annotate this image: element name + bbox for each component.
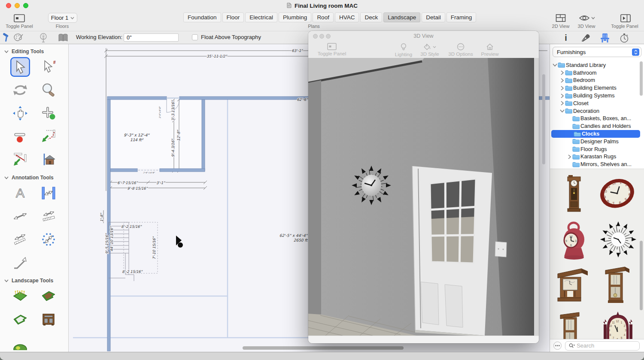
section-header-landscape-tools[interactable]: Landscape Tools [0,273,68,284]
thumb-round-wall-clock[interactable]: 123456789101112 [596,171,641,217]
disclosure-closed-icon[interactable] [559,101,565,106]
tool-fillet[interactable] [39,127,58,146]
window-opening[interactable] [167,97,179,99]
search-input[interactable] [577,342,636,349]
tool-chamfer[interactable] [10,150,30,169]
disclosure-closed-icon[interactable] [567,154,572,159]
tree-item-bedroom[interactable]: Bedroom [550,77,644,85]
tree-item-building-systems[interactable]: Building Systems [550,92,644,100]
tab-foundation[interactable]: Foundation [183,12,221,22]
disclosure-closed-icon[interactable] [559,78,565,83]
tool-plant[interactable] [10,333,30,352]
thumbnail-scrollbar[interactable] [640,241,643,310]
more-options-icon[interactable] [553,342,562,350]
3d-style-button[interactable]: 3D Style [416,43,444,57]
design-palette-icon[interactable] [13,33,24,43]
tree-item-mirrors-shelves-an[interactable]: Mirrors, Shelves an... [550,160,644,168]
tool-pan[interactable] [10,103,30,123]
tool-terrain-perimeter[interactable] [10,286,30,306]
library-category-dropdown[interactable]: Furnishings [553,47,641,57]
tool-garden-bed[interactable] [39,286,58,306]
3d-view-window[interactable]: 3D View Toggle Panel Lighting 3D Style 3… [308,31,539,343]
tool-leader-line[interactable] [10,253,30,272]
light-switch[interactable] [495,242,507,257]
thumb-grandfather-clock[interactable] [552,171,596,217]
tool-end-to-end-dimension[interactable] [10,206,30,226]
disclosure-closed-icon[interactable] [559,70,565,75]
preview-button[interactable]: Preview [478,43,502,57]
tab-roof[interactable]: Roof [313,12,334,22]
section-header-annotation-tools[interactable]: Annotation Tools [0,170,68,182]
tree-item-baskets-boxes-an[interactable]: Baskets, Boxes, an... [550,115,644,123]
tool-interior-dimension[interactable] [39,183,58,203]
float-above-topography-checkbox[interactable] [192,34,198,40]
tool-terrain-feature[interactable] [10,309,30,329]
tool-elevation-reference[interactable] [39,150,58,169]
plan-vertical-scrollbar[interactable] [542,74,545,164]
toggle-panel-right-button[interactable] [620,13,632,23]
tool-select-objects[interactable]: # [39,57,58,77]
2d-view-button[interactable] [555,13,567,23]
tool-add-point[interactable] [39,103,58,123]
tab-deck[interactable]: Deck [360,12,382,22]
tab-electrical[interactable]: Electrical [245,12,277,22]
tree-item-candles-and-holders[interactable]: Candles and Holders [550,122,644,130]
terrain-tree-icon[interactable] [38,32,49,43]
tree-item-bathroom[interactable]: Bathroom [550,69,644,77]
lighting-button[interactable]: Lighting [392,43,415,57]
library-book-icon[interactable] [58,33,69,43]
tree-item-decoration[interactable]: Decoration [550,107,644,115]
tool-auto-dimension[interactable] [39,230,58,249]
disclosure-open-icon[interactable] [552,64,558,67]
tool-select[interactable] [10,57,30,77]
thumb-mantel-clock[interactable] [552,262,596,308]
tree-item-building-elements[interactable]: Building Elements [550,84,644,92]
tree-item-designer-palms[interactable]: Designer Palms [550,138,644,145]
tab-plumbing[interactable]: Plumbing [279,12,311,22]
tool-raised-planter[interactable] [39,309,58,329]
tree-item-standard-library[interactable]: Standard Library [550,61,644,69]
tab-framing[interactable]: Framing [447,12,477,22]
tool-remove[interactable] [10,127,30,146]
tool-zoom[interactable] [39,80,58,100]
3d-scene[interactable] [308,58,539,336]
pen-icon[interactable] [580,33,591,42]
3d-options-button[interactable]: 3D Options [446,43,476,57]
disclosure-closed-icon[interactable] [559,86,565,91]
thumb-starburst-wall-clock[interactable] [596,217,641,262]
library-search-box[interactable] [565,341,640,351]
thumb-regulator-wall-clock-2[interactable] [552,308,596,339]
stopwatch-icon[interactable] [619,33,629,43]
lot-label[interactable]: 62'-5" x 44'-4" 2650 ft [279,233,308,242]
tab-floor[interactable]: Floor [222,12,244,22]
3d-toggle-panel-button[interactable]: Toggle Panel [314,43,349,56]
tree-item-closet[interactable]: Closet [550,100,644,107]
working-elevation-input[interactable] [124,33,179,42]
tool-point-to-point-dimension[interactable] [10,230,30,249]
tab-hvac[interactable]: HVAC [335,12,359,22]
plan-horizontal-scrollbar[interactable] [243,346,404,350]
tab-detail[interactable]: Detail [422,12,445,22]
disclosure-open-icon[interactable] [559,109,565,112]
tool-rotate[interactable] [10,80,30,100]
tool-angular-dimension[interactable] [39,206,58,226]
thumb-alarm-clock[interactable]: 12693 [552,217,596,262]
section-header-editing-tools[interactable]: Editing Tools [0,44,68,55]
toggle-panel-left-button[interactable] [13,13,26,23]
tree-item-karastan-rugs[interactable]: Karastan Rugs [550,153,644,161]
library-tree-scrollbar[interactable] [640,61,643,96]
tool-text[interactable]: A [10,183,30,203]
build-hammer-icon[interactable] [1,33,11,43]
thumb-gothic-mantel-clock[interactable]: 123456789101112 [596,308,641,339]
3d-view-button[interactable] [578,13,596,23]
thumb-regulator-wall-clock[interactable] [596,262,641,308]
disclosure-closed-icon[interactable] [559,94,565,98]
furnishings-chair-icon[interactable] [599,32,611,43]
3d-window-titlebar[interactable]: 3D View [308,31,539,41]
side-wall[interactable] [308,80,321,336]
door[interactable] [412,166,492,336]
tree-item-clocks[interactable]: Clocks [551,130,640,138]
info-icon[interactable]: i [562,33,569,42]
tab-landscape[interactable]: Landscape [383,12,420,22]
floors-dropdown[interactable]: Floor 1 [48,13,77,23]
